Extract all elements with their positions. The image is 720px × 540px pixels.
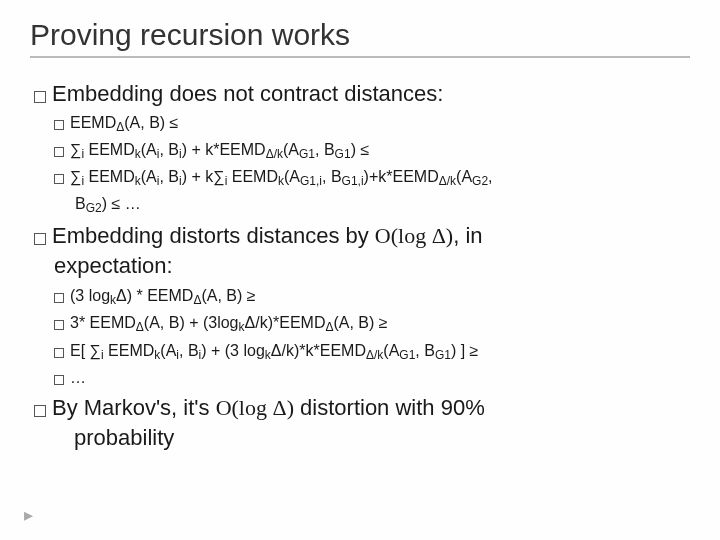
bullet-2-subs: (3 logkΔ) * EEMDΔ(A, B) ≥3* EEMDΔ(A, B) … <box>30 285 690 388</box>
sub-bullet: EEMDΔ(A, B) ≤ <box>54 112 690 135</box>
sub-bullet: ∑i EEMDk(Ai, Bi) + k*EEMDΔ/k(AG1, BG1) ≤ <box>54 139 690 162</box>
bullet-3-text-a: By Markov's, it's <box>52 395 216 420</box>
slide-title: Proving recursion works <box>30 18 690 58</box>
bullet-2-text-c: , in <box>453 223 482 248</box>
sub-bullet-text: ∑i EEMDk(Ai, Bi) + k*EEMDΔ/k(AG1, BG1) ≤ <box>70 139 690 162</box>
sub-bullet: 3* EEMDΔ(A, B) + (3logkΔ/k)*EEMDΔ(A, B) … <box>54 312 690 335</box>
sub-bullet-text: ∑i EEMDk(Ai, Bi) + k∑i EEMDk(AG1,i, BG1,… <box>70 166 690 189</box>
bullet-1-subs: EEMDΔ(A, B) ≤∑i EEMDk(Ai, Bi) + k*EEMDΔ/… <box>30 112 690 217</box>
bullet-3: By Markov's, it's O(log Δ) distortion wi… <box>34 394 690 422</box>
square-bullet-icon <box>54 293 64 303</box>
sub-bullet: ∑i EEMDk(Ai, Bi) + k∑i EEMDk(AG1,i, BG1,… <box>54 166 690 189</box>
bullet-1: Embedding does not contract distances: <box>34 80 690 108</box>
square-bullet-icon <box>54 120 64 130</box>
sub-bullet-text: … <box>70 367 690 389</box>
sub-bullet: E[ ∑i EEMDk(Ai, Bi) + (3 logkΔ/k)*k*EEMD… <box>54 340 690 363</box>
sub-bullet-text: (3 logkΔ) * EEMDΔ(A, B) ≥ <box>70 285 690 308</box>
bullet-3-text: By Markov's, it's O(log Δ) distortion wi… <box>52 394 690 422</box>
nav-arrow-icon: ▸ <box>24 504 33 526</box>
sub-bullet-cont: BG2) ≤ … <box>75 193 690 216</box>
square-bullet-icon <box>34 91 46 103</box>
square-bullet-icon <box>54 174 64 184</box>
sub-bullet: (3 logkΔ) * EEMDΔ(A, B) ≥ <box>54 285 690 308</box>
square-bullet-icon <box>34 233 46 245</box>
sub-bullet: … <box>54 367 690 389</box>
sub-bullet-text: EEMDΔ(A, B) ≤ <box>70 112 690 135</box>
square-bullet-icon <box>54 147 64 157</box>
bullet-2-text: Embedding distorts distances by O(log Δ)… <box>52 222 690 250</box>
slide: Proving recursion works Embedding does n… <box>0 0 720 540</box>
square-bullet-icon <box>54 375 64 385</box>
bullet-1-text: Embedding does not contract distances: <box>52 80 690 108</box>
bullet-2-cont: expectation: <box>54 252 690 280</box>
sub-bullet-text: 3* EEMDΔ(A, B) + (3logkΔ/k)*EEMDΔ(A, B) … <box>70 312 690 335</box>
bullet-2-math: O(log Δ) <box>375 223 453 248</box>
square-bullet-icon <box>54 320 64 330</box>
bullet-3-text-c: distortion with 90% <box>294 395 485 420</box>
bullet-2-text-a: Embedding distorts distances by <box>52 223 375 248</box>
bullet-3-math: O(log Δ) <box>216 395 294 420</box>
bullet-2: Embedding distorts distances by O(log Δ)… <box>34 222 690 250</box>
sub-bullet-text: E[ ∑i EEMDk(Ai, Bi) + (3 logkΔ/k)*k*EEMD… <box>70 340 690 363</box>
bullet-3-cont: probability <box>74 424 690 452</box>
square-bullet-icon <box>34 405 46 417</box>
square-bullet-icon <box>54 348 64 358</box>
